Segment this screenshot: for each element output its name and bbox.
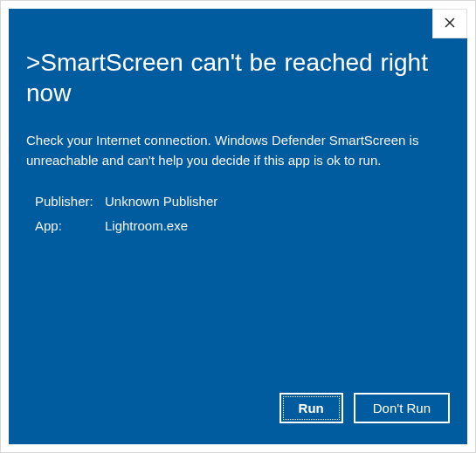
dialog-title: >SmartScreen can't be reached right now	[26, 47, 450, 108]
detail-value: Unknown Publisher	[105, 189, 217, 214]
run-button[interactable]: Run	[279, 393, 343, 423]
detail-label: App:	[35, 214, 105, 238]
close-button[interactable]	[432, 9, 467, 38]
dialog-content: >SmartScreen can't be reached right now …	[9, 9, 467, 444]
detail-row-publisher: Publisher: Unknown Publisher	[35, 189, 450, 214]
detail-label: Publisher:	[35, 189, 105, 214]
detail-value: Lightroom.exe	[105, 214, 188, 238]
dialog-details: Publisher: Unknown Publisher App: Lightr…	[35, 189, 450, 238]
button-row: Run Don't Run	[279, 393, 450, 423]
dont-run-button[interactable]: Don't Run	[354, 393, 450, 423]
close-icon	[445, 16, 455, 31]
dialog-description: Check your Internet connection. Windows …	[26, 131, 450, 170]
detail-row-app: App: Lightroom.exe	[35, 214, 450, 238]
smartscreen-dialog: >SmartScreen can't be reached right now …	[0, 0, 476, 453]
